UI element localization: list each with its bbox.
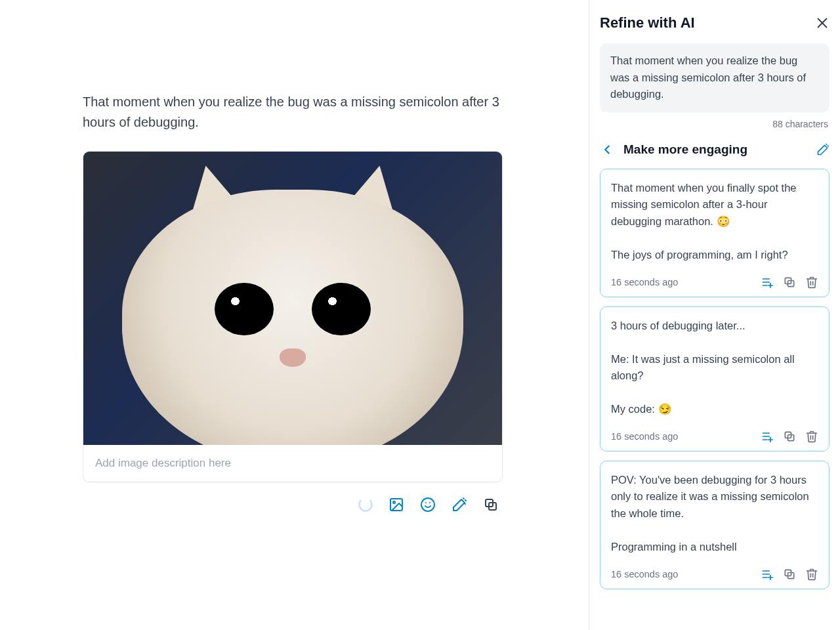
suggestion-text: 3 hours of debugging later... Me: It was… — [611, 318, 818, 418]
suggestions-list: That moment when you finally spot the mi… — [600, 169, 830, 630]
refine-sidebar: Refine with AI That moment when you real… — [589, 0, 840, 630]
insert-icon[interactable] — [761, 430, 774, 443]
sidebar-title: Refine with AI — [600, 14, 695, 32]
suggestion-card[interactable]: POV: You've been debugging for 3 hours o… — [600, 461, 830, 589]
action-row: Make more engaging — [600, 142, 830, 157]
svg-point-2 — [421, 498, 434, 511]
svg-point-1 — [393, 501, 395, 503]
trash-icon[interactable] — [805, 568, 818, 581]
composer-main: That moment when you realize the bug was… — [0, 0, 589, 630]
image-description-input[interactable] — [95, 457, 490, 470]
regenerate-wand-icon[interactable] — [816, 143, 830, 156]
trash-icon[interactable] — [805, 430, 818, 443]
suggestion-text: POV: You've been debugging for 3 hours o… — [611, 472, 818, 556]
suggestion-time: 16 seconds ago — [611, 431, 678, 442]
loading-spinner-icon — [358, 497, 373, 512]
suggestion-time: 16 seconds ago — [611, 277, 678, 287]
copy-icon[interactable] — [483, 497, 499, 513]
copy-icon[interactable] — [783, 568, 796, 581]
trash-icon[interactable] — [805, 276, 818, 289]
original-text-box: That moment when you realize the bug was… — [600, 43, 830, 112]
suggestion-card[interactable]: That moment when you finally spot the mi… — [600, 169, 830, 297]
magic-wand-icon[interactable] — [452, 497, 467, 513]
insert-icon[interactable] — [761, 276, 774, 289]
image-icon[interactable] — [388, 497, 404, 513]
char-count: 88 characters — [600, 119, 828, 129]
attached-image-card — [83, 151, 503, 482]
insert-icon[interactable] — [761, 568, 774, 581]
image-description-row — [83, 445, 502, 482]
sidebar-header: Refine with AI — [600, 14, 830, 32]
suggestion-card[interactable]: 3 hours of debugging later... Me: It was… — [600, 306, 830, 452]
emoji-icon[interactable] — [420, 497, 436, 513]
composer-toolbar — [83, 497, 503, 513]
suggestion-text: That moment when you finally spot the mi… — [611, 180, 818, 264]
chevron-left-icon[interactable] — [600, 142, 614, 157]
action-title: Make more engaging — [623, 142, 747, 157]
copy-icon[interactable] — [783, 430, 796, 443]
suggestion-time: 16 seconds ago — [611, 569, 678, 579]
close-icon[interactable] — [815, 16, 830, 30]
post-text: That moment when you realize the bug was… — [83, 92, 503, 133]
copy-icon[interactable] — [783, 276, 796, 289]
attached-image[interactable] — [83, 152, 502, 445]
